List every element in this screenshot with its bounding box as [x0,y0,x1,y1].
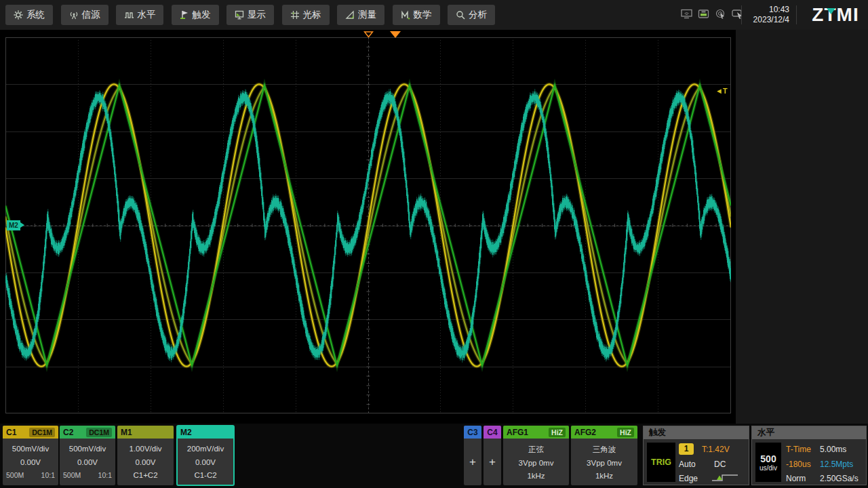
waveform-display[interactable] [5,37,731,414]
impedance-badge: HiZ [549,428,566,437]
clock: 10:43 2023/12/4 [746,5,789,25]
trigger-source-badge[interactable]: 1 [679,443,694,455]
add-channel-button[interactable]: + [484,441,501,483]
menu-system-button[interactable]: 系统 [5,5,53,25]
menu-label: 分析 [469,9,487,21]
afg-label: AFG2 [574,428,596,437]
topbar-divider [796,5,797,24]
t-time-label: T-Time [786,445,811,454]
coupling-badge: DC1M [86,428,112,437]
menu-source-button[interactable]: 信源 [61,5,108,25]
math-card-m2[interactable]: M2 200mV/div 0.00V C1-C2 [177,426,234,485]
channel-label: C2 [63,428,73,437]
acquisition-mode: Norm [786,474,806,483]
bottom-status-bar: C1 DC1M 500mV/div 0.00V 500M10:1 C2 DC1M… [0,424,868,488]
delay-value: -180us [786,460,811,469]
horizontal-panel[interactable]: 水平 500 us/div T-Time 5.00ms -180us 12.5M… [751,426,867,485]
trigger-type[interactable]: Edge [679,474,698,483]
menu-trigger-button[interactable]: 触发 [172,5,219,25]
measure-icon [345,10,355,20]
menu-math-button[interactable]: 数学 [393,5,440,25]
math-expression: C1-C2 [177,471,234,479]
sample-rate: 2.50GSa/s [820,474,859,483]
channel-card-c1[interactable]: C1 DC1M 500mV/div 0.00V 500M10:1 [3,426,58,485]
usb-icon[interactable] [698,9,709,19]
menu-cursor-button[interactable]: 光标 [282,5,330,25]
vdiv-value: 200mV/div [177,445,234,453]
impedance-badge: HiZ [617,428,634,437]
channel-label: C4 [487,428,497,437]
delay-reference-marker[interactable] [363,31,374,38]
coupling-badge: DC1M [29,428,55,437]
brand-logo: ZTMI [806,3,865,26]
menu-label: 数学 [414,9,432,21]
horizontal-wave-icon [124,10,134,20]
channel-card-c2[interactable]: C2 DC1M 500mV/div 0.00V 500M10:1 [60,426,115,485]
clock-date: 2023/12/4 [746,15,789,25]
waveform-stage: M2 ◄T [0,30,868,424]
signal-source-icon [69,10,79,20]
afg-label: AFG1 [507,428,528,437]
trigger-panel[interactable]: 触发 TRIG 1 T:1.42V Auto DC Edge [643,426,749,485]
math-card-m1[interactable]: M1 1.00V/div 0.00V C1+C2 [117,426,174,485]
channel-card-c4[interactable]: C4 + [484,426,501,485]
channel-label: C3 [467,428,477,437]
probe-ratio: 10:1 [98,471,112,479]
m2-reference-marker[interactable]: M2 [7,220,20,230]
afg-amplitude: 3Vpp 0mv [571,459,637,467]
offset-value: 0.00V [60,458,115,466]
afg-frequency: 1kHz [503,472,569,480]
vdiv-value: 500mV/div [60,445,115,453]
channel-label: C1 [6,428,16,437]
menu-horizontal-button[interactable]: 水平 [116,5,163,25]
menu-display-button[interactable]: 显示 [226,5,274,25]
channel-label: M1 [121,428,132,437]
afg-amplitude: 3Vpp 0mv [503,459,569,467]
trigger-coupling[interactable]: DC [714,460,726,469]
trigger-mode[interactable]: Auto [679,460,696,469]
timebase-box[interactable]: 500 us/div [755,443,781,482]
afg-waveform: 三角波 [571,445,637,455]
menu-label: 系统 [26,9,45,21]
bandwidth-value: 500M [6,471,24,479]
menu-label: 触发 [193,9,211,21]
afg1-card[interactable]: AFG1 HiZ 正弦 3Vpp 0mv 1kHz [503,426,569,485]
memory-depth: 12.5Mpts [820,460,853,469]
display-icon [235,10,244,20]
touch-icon[interactable] [715,9,726,19]
trigger-position-marker[interactable] [389,30,401,39]
offset-value: 0.00V [177,458,234,466]
t-time-value: 5.00ms [820,445,846,454]
trigger-panel-title: 触发 [644,426,749,439]
trigger-level-value: T:1.42V [702,445,730,454]
screen-icon[interactable] [681,9,692,19]
main-menu: 系统 信源 水平 触发 显示 光标 [5,5,503,25]
add-channel-button[interactable]: + [464,441,481,483]
timebase-unit: us/div [760,464,777,472]
channel-label: M2 [180,428,192,437]
menu-label: 信源 [82,9,100,21]
afg2-card[interactable]: AFG2 HiZ 三角波 3Vpp 0mv 1kHz [571,426,637,485]
gear-icon [14,10,23,20]
menu-label: 光标 [303,9,321,21]
menu-label: 显示 [248,9,266,21]
trigger-level-marker[interactable]: ◄T [715,87,728,95]
afg-frequency: 1kHz [571,472,637,480]
trig-status: TRIG [651,458,671,467]
trigger-flag-icon [180,10,189,20]
menu-measure-button[interactable]: 测量 [337,5,384,25]
math-icon [401,10,410,20]
channel-card-c3[interactable]: C3 + [464,426,481,485]
menu-analysis-button[interactable]: 分析 [448,5,495,25]
oscilloscope-screen: 系统 信源 水平 触发 显示 光标 [0,0,868,488]
probe-ratio: 10:1 [41,471,55,479]
timebase-value: 500 [760,453,776,464]
menu-label: 水平 [138,9,156,21]
bandwidth-value: 500M [63,471,81,479]
afg-waveform: 正弦 [503,445,569,455]
menu-label: 测量 [358,9,376,21]
clock-time: 10:43 [746,5,789,15]
side-panel-empty [736,30,868,424]
cursor-icon [290,10,300,20]
status-icons [681,9,743,19]
